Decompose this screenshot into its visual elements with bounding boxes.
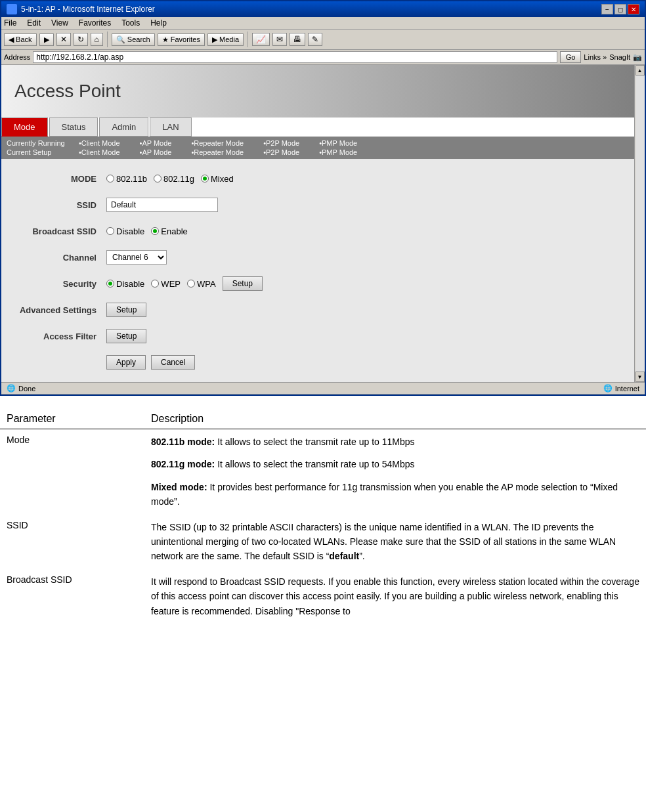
address-bar: Address Go Links » SnagIt 📷 <box>1 50 645 65</box>
broadcast-disable-circle <box>106 227 114 235</box>
doc-mode-param: Mode <box>0 429 144 515</box>
scrollbar[interactable]: ▲ ▼ <box>634 65 645 382</box>
tab-lan[interactable]: LAN <box>150 118 191 137</box>
broadcast-enable-circle <box>151 227 159 235</box>
favorites-button[interactable]: ★ Favorites <box>158 33 205 46</box>
content-with-scrollbar: Access Point Mode Status Admin LAN Curre… <box>1 65 645 382</box>
print-button[interactable]: 🖶 <box>290 33 305 46</box>
channel-label: Channel <box>1 253 106 263</box>
mode-radio-mixed[interactable]: Mixed <box>201 174 234 184</box>
menu-file[interactable]: File <box>4 18 16 28</box>
status-left: 🌐 Done <box>7 384 35 393</box>
snagit-label[interactable]: SnagIt <box>609 53 630 61</box>
mode-80211b-label: 802.11b <box>116 174 147 184</box>
doc-mode-desc: 802.11b mode: It allows to select the tr… <box>144 429 646 515</box>
close-button[interactable]: ✕ <box>628 4 639 14</box>
ssid-row: SSID <box>1 192 634 218</box>
title-bar: 5-in-1: AP - Microsoft Internet Explorer… <box>1 1 645 17</box>
security-control: Disable WEP WPA Setup <box>106 276 263 291</box>
edit-button[interactable]: ✎ <box>308 33 322 46</box>
ssid-label: SSID <box>1 200 106 210</box>
broadcast-ssid-label: Broadcast SSID <box>1 226 106 236</box>
doc-broadcast-param: Broadcast SSID <box>0 569 144 624</box>
security-label: Security <box>1 279 106 289</box>
doc-ssid-desc: The SSID (up to 32 printable ASCII chara… <box>144 515 646 569</box>
broadcast-ssid-disable[interactable]: Disable <box>106 226 144 236</box>
status-text: Done <box>18 385 35 393</box>
media-button[interactable]: ▶ Media <box>207 33 244 46</box>
security-disable[interactable]: Disable <box>106 279 144 289</box>
go-button[interactable]: Go <box>560 51 582 63</box>
action-buttons: Apply Cancel <box>106 355 195 370</box>
advanced-settings-setup-button[interactable]: Setup <box>106 303 146 317</box>
toolbar-separator-2 <box>248 32 248 47</box>
menu-favorites[interactable]: Favorites <box>79 18 111 28</box>
links-label: Links » <box>584 53 607 61</box>
doc-mode-80211g-text: It allows to select the transmit rate up… <box>217 459 414 469</box>
info-ap-mode: •AP Mode •AP Mode <box>140 139 172 156</box>
access-filter-row: Access Filter Setup <box>1 323 634 349</box>
search-button[interactable]: 🔍 Search <box>112 33 155 46</box>
tab-status[interactable]: Status <box>49 118 98 137</box>
broadcast-ssid-radio-group: Disable Enable <box>106 226 188 236</box>
broadcast-ssid-row: Broadcast SSID Disable Enable <box>1 218 634 244</box>
menu-tools[interactable]: Tools <box>121 18 140 28</box>
home-button[interactable]: ⌂ <box>91 33 103 46</box>
doc-ssid-param: SSID <box>0 515 144 569</box>
menu-edit[interactable]: Edit <box>27 18 41 28</box>
doc-row-mode: Mode 802.11b mode: It allows to select t… <box>0 429 646 515</box>
tab-admin[interactable]: Admin <box>99 118 148 137</box>
mode-radio-80211b[interactable]: 802.11b <box>106 174 147 184</box>
doc-mode-mixed-text: It provides best performance for 11g tra… <box>151 482 618 507</box>
minimize-button[interactable]: − <box>601 4 613 14</box>
access-filter-control: Setup <box>106 329 146 343</box>
scroll-track <box>635 75 645 372</box>
cancel-button[interactable]: Cancel <box>151 355 195 370</box>
doc-mode-80211b-bold: 802.11b mode: <box>151 437 215 447</box>
security-wpa-circle <box>187 280 195 288</box>
menu-help[interactable]: Help <box>150 18 167 28</box>
nav-tabs: Mode Status Admin LAN <box>1 118 634 137</box>
scroll-up-button[interactable]: ▲ <box>635 65 645 75</box>
info-ap-running: •AP Mode <box>140 139 172 147</box>
links-area: Links » SnagIt 📷 <box>584 53 642 62</box>
security-wep[interactable]: WEP <box>151 279 181 289</box>
channel-select[interactable]: Channel 6 Channel 1 Channel 2 Channel 3 … <box>106 250 167 265</box>
info-client-setup: •Client Mode <box>79 148 120 156</box>
info-p2p-running: •P2P Mode <box>263 139 299 147</box>
refresh-button[interactable]: ↻ <box>74 33 88 46</box>
advanced-settings-row: Advanced Settings Setup <box>1 297 634 323</box>
apply-button[interactable]: Apply <box>106 355 146 370</box>
mode-radio-80211g[interactable]: 802.11g <box>154 174 194 184</box>
security-setup-button[interactable]: Setup <box>223 276 263 291</box>
action-buttons-row: Apply Cancel <box>1 349 634 375</box>
forward-button[interactable]: ▶ <box>39 33 54 46</box>
restore-button[interactable]: ◻ <box>614 4 626 14</box>
stop-button[interactable]: ✕ <box>56 33 71 46</box>
status-zone: Internet <box>615 385 639 393</box>
status-page-icon: 🌐 <box>7 384 16 393</box>
security-wpa[interactable]: WPA <box>187 279 216 289</box>
security-wep-label: WEP <box>161 279 181 289</box>
ssid-input[interactable] <box>106 198 218 212</box>
menu-view[interactable]: View <box>51 18 68 28</box>
back-button[interactable]: ◀ Back <box>4 33 37 46</box>
info-p2p-setup: •P2P Mode <box>263 148 299 156</box>
access-filter-setup-button[interactable]: Setup <box>106 329 146 343</box>
tab-mode[interactable]: Mode <box>1 118 48 137</box>
address-input[interactable] <box>33 51 557 63</box>
main-content: Access Point Mode Status Admin LAN Curre… <box>1 65 634 382</box>
broadcast-ssid-enable[interactable]: Enable <box>151 226 187 236</box>
mail-button[interactable]: ✉ <box>272 33 287 46</box>
doc-mode-80211b-text: It allows to select the transmit rate up… <box>217 437 414 447</box>
history-button[interactable]: 📈 <box>252 33 270 46</box>
snagit-icon[interactable]: 📷 <box>633 53 642 62</box>
security-disable-circle <box>106 280 114 288</box>
address-label: Address <box>4 53 30 61</box>
doc-broadcast-text: It will respond to Broadcast SSID reques… <box>151 574 639 618</box>
doc-table: Parameter Description Mode 802.11b mode:… <box>0 409 646 624</box>
doc-ssid-text: The SSID (up to 32 printable ASCII chara… <box>151 520 639 564</box>
scroll-down-button[interactable]: ▼ <box>635 372 645 382</box>
info-p2p-mode: •P2P Mode •P2P Mode <box>263 139 299 156</box>
channel-control: Channel 6 Channel 1 Channel 2 Channel 3 … <box>106 250 167 265</box>
